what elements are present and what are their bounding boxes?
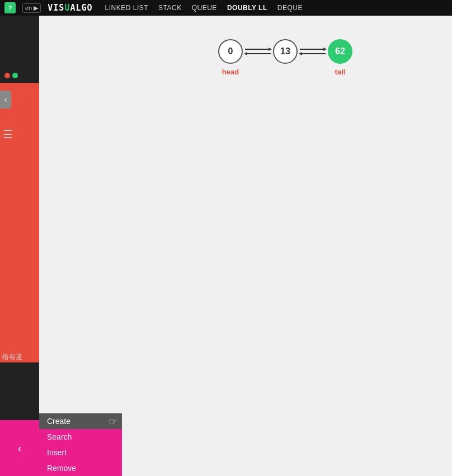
sidebar-text-icon: ☰: [3, 128, 13, 141]
brand-u: U: [64, 3, 70, 13]
node-value-62: 62: [335, 46, 345, 56]
svg-marker-7: [299, 52, 302, 55]
sidebar-collapse-arrow[interactable]: ‹: [0, 91, 11, 109]
node-62: 62 tail: [328, 39, 352, 64]
nav-deque[interactable]: DEQUE: [277, 4, 303, 12]
node-label-tail: tail: [335, 68, 346, 76]
brand-vis: VIS: [48, 3, 64, 13]
svg-marker-3: [244, 52, 247, 55]
context-menu: Create ☞ Search Insert Remove: [39, 413, 122, 476]
bottom-left-toggle[interactable]: ‹: [0, 420, 39, 476]
sidebar-dots: [4, 73, 18, 78]
node-0: 0 head: [218, 39, 243, 64]
menu-item-insert[interactable]: Insert: [39, 445, 122, 460]
brand-logo: VISUALGO: [48, 3, 92, 13]
list-visualization: 0 head 13: [218, 39, 352, 64]
navbar: ? en ▶ VISUALGO LINKED LIST STACK QUEUE …: [0, 0, 452, 16]
logo-icon[interactable]: ?: [4, 2, 16, 13]
node-circle-0: 0: [218, 39, 243, 64]
nav-links: LINKED LIST STACK QUEUE DOUBLY LL DEQUE: [105, 4, 303, 12]
logo-mark: ?: [8, 4, 12, 11]
green-dot: [12, 73, 18, 78]
node-circle-13: 13: [273, 39, 298, 64]
arrow-13-62: [299, 46, 327, 57]
svg-marker-5: [323, 48, 327, 51]
node-value-13: 13: [280, 46, 290, 56]
nav-linked-list[interactable]: LINKED LIST: [105, 4, 149, 12]
nav-doubly-ll[interactable]: DOUBLY LL: [227, 4, 267, 12]
nav-queue[interactable]: QUEUE: [192, 4, 217, 12]
nav-stack[interactable]: STACK: [158, 4, 182, 12]
arrow-svg-0-13: [244, 46, 272, 57]
menu-item-create[interactable]: Create ☞: [39, 413, 122, 429]
menu-item-remove[interactable]: Remove: [39, 460, 122, 476]
node-13: 13: [273, 39, 298, 64]
main-canvas: 0 head 13: [39, 16, 452, 476]
arrow-svg-13-62: [299, 46, 327, 57]
lang-selector[interactable]: en ▶: [22, 3, 41, 13]
red-dot: [4, 73, 10, 78]
svg-marker-1: [269, 48, 272, 51]
sidebar-red-panel: [0, 83, 39, 362]
toggle-arrow-icon: ‹: [18, 442, 22, 455]
sidebar-chinese-text: 给有道: [2, 352, 22, 362]
node-label-head: head: [222, 68, 239, 76]
node-circle-62: 62: [328, 39, 352, 64]
left-sidebar: ‹ ☰ 给有道: [0, 0, 39, 476]
arrow-0-13: [244, 46, 272, 57]
menu-item-search[interactable]: Search: [39, 429, 122, 445]
node-value-0: 0: [228, 46, 233, 56]
cursor-icon: ☞: [109, 416, 117, 428]
brand-algo: ALGO: [70, 3, 92, 13]
